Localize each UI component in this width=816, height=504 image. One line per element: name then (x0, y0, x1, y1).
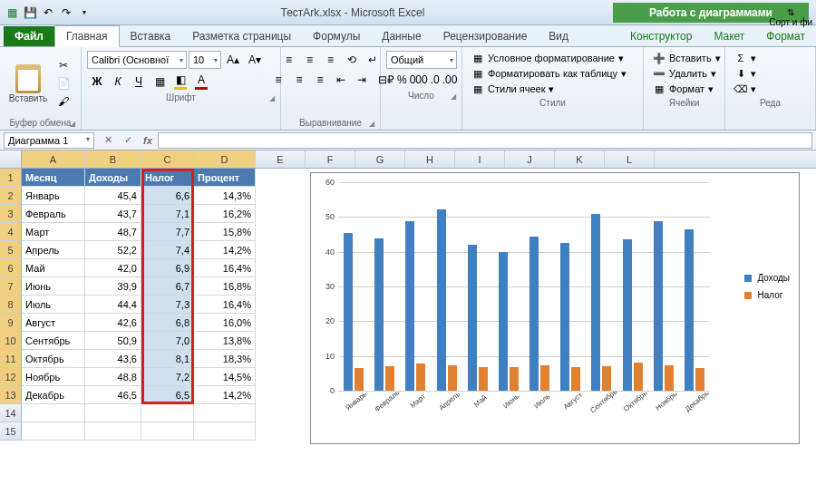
underline-button[interactable]: Ч (129, 73, 149, 91)
cell[interactable]: 46,5 (85, 386, 141, 404)
col-header-J[interactable]: J (505, 150, 555, 168)
cell[interactable]: 39,9 (85, 277, 141, 296)
cell[interactable]: 14,2% (194, 241, 256, 259)
cell[interactable] (22, 404, 85, 422)
cell[interactable]: 42,6 (85, 314, 141, 332)
cell[interactable]: Доходы (85, 169, 141, 187)
number-format-combo[interactable]: Общий (386, 51, 457, 69)
cell[interactable]: Ноябрь (22, 368, 85, 386)
cell[interactable]: Июль (22, 296, 85, 314)
tab-formulas[interactable]: Формулы (302, 26, 371, 46)
row-header[interactable]: 8 (0, 296, 22, 314)
row-header[interactable]: 6 (0, 259, 22, 277)
fill-button[interactable]: ⬇▾ (731, 66, 810, 81)
cell[interactable]: 14,5% (194, 368, 256, 386)
clear-button[interactable]: ⌫▾ (731, 82, 810, 96)
cell[interactable]: 48,8 (85, 368, 141, 386)
row-header[interactable]: 14 (0, 404, 22, 422)
formula-input[interactable] (158, 132, 812, 149)
dialog-launcher-icon[interactable]: ◢ (269, 94, 275, 102)
cell[interactable]: 8,1 (141, 350, 194, 368)
cell[interactable]: 18,3% (194, 350, 256, 368)
currency-icon[interactable]: ₽ (386, 71, 395, 89)
cell[interactable]: 16,8% (194, 277, 256, 296)
row-header[interactable]: 11 (0, 350, 22, 368)
cell[interactable]: 7,4 (141, 241, 194, 259)
col-header-I[interactable]: I (455, 150, 505, 168)
cell[interactable]: Февраль (22, 205, 85, 223)
cell[interactable]: 6,9 (141, 259, 194, 277)
tab-data[interactable]: Данные (371, 26, 432, 46)
increase-font-icon[interactable]: A▴ (223, 51, 243, 69)
cell[interactable]: Процент (194, 169, 256, 187)
col-header-C[interactable]: C (141, 150, 194, 168)
delete-cells-button[interactable]: ➖Удалить ▾ (649, 66, 719, 81)
borders-icon[interactable]: ▦ (150, 73, 170, 91)
cell-styles-button[interactable]: ▦Стили ячеек ▾ (468, 82, 637, 96)
cell[interactable]: Май (22, 259, 85, 277)
row-header[interactable]: 15 (0, 422, 22, 441)
dialog-launcher-icon[interactable]: ◢ (451, 92, 456, 101)
cell[interactable]: 7,2 (141, 368, 194, 386)
row-header[interactable]: 2 (0, 187, 22, 205)
tab-file[interactable]: Файл (4, 26, 54, 46)
bold-button[interactable]: Ж (87, 73, 107, 91)
align-right-icon[interactable]: ≡ (310, 71, 330, 89)
select-all-corner[interactable] (0, 150, 22, 168)
tab-page-layout[interactable]: Разметка страницы (181, 26, 302, 46)
cell[interactable] (141, 422, 194, 441)
cell[interactable]: 15,8% (194, 223, 256, 241)
cell[interactable]: 14,2% (194, 386, 256, 404)
orientation-icon[interactable]: ⟲ (342, 51, 362, 69)
cell[interactable]: Март (22, 223, 85, 241)
cell[interactable]: Январь (22, 187, 85, 205)
cell[interactable] (194, 404, 256, 422)
qat-dropdown-icon[interactable]: ▾ (76, 5, 92, 21)
cut-icon[interactable]: ✂ (54, 57, 73, 73)
align-center-icon[interactable]: ≡ (289, 71, 309, 89)
cell[interactable]: 45,4 (85, 187, 141, 205)
excel-icon[interactable]: ▦ (4, 5, 20, 21)
cell[interactable]: Октябрь (22, 350, 85, 368)
cell[interactable]: Апрель (22, 241, 85, 259)
row-header[interactable]: 5 (0, 241, 22, 259)
tab-home[interactable]: Главная (54, 25, 120, 47)
col-header-B[interactable]: B (85, 150, 141, 168)
cell[interactable]: 16,4% (194, 296, 256, 314)
col-header-G[interactable]: G (355, 150, 405, 168)
cell[interactable] (194, 422, 256, 441)
align-left-icon[interactable]: ≡ (268, 71, 288, 89)
copy-icon[interactable]: 📄 (54, 75, 73, 92)
cell[interactable]: 7,7 (141, 223, 194, 241)
row-header[interactable]: 7 (0, 277, 22, 296)
format-as-table-button[interactable]: ▦Форматировать как таблицу ▾ (468, 66, 637, 81)
insert-cells-button[interactable]: ➕Вставить ▾ (649, 51, 719, 65)
paste-button[interactable]: Вставить (5, 56, 51, 111)
cancel-icon[interactable]: ✕ (98, 132, 118, 149)
fill-color-icon[interactable]: ◧ (170, 73, 190, 91)
legend-item-income[interactable]: Доходы (744, 273, 790, 283)
cell[interactable]: 6,7 (141, 277, 194, 296)
col-header-E[interactable]: E (256, 150, 306, 168)
fx-icon[interactable]: fx (138, 132, 158, 149)
cell[interactable]: 16,4% (194, 259, 256, 277)
italic-button[interactable]: К (108, 73, 128, 91)
col-header-K[interactable]: K (555, 150, 605, 168)
col-header-H[interactable]: H (405, 150, 455, 168)
cell[interactable]: 13,8% (194, 332, 256, 350)
wrap-text-icon[interactable]: ↵ (363, 51, 383, 69)
cell[interactable]: 48,7 (85, 223, 141, 241)
cell[interactable] (22, 422, 85, 441)
cell[interactable]: 43,6 (85, 350, 141, 368)
cell[interactable]: Август (22, 314, 85, 332)
align-middle-icon[interactable]: ≡ (300, 51, 320, 69)
cell[interactable]: Сентябрь (22, 332, 85, 350)
cell[interactable]: 6,8 (141, 314, 194, 332)
cell[interactable] (141, 404, 194, 422)
increase-decimal-icon[interactable]: .0 (430, 71, 441, 89)
format-cells-button[interactable]: ▦Формат ▾ (649, 82, 719, 96)
row-header[interactable]: 9 (0, 314, 22, 332)
tab-chart-design[interactable]: Конструктор (619, 26, 703, 46)
format-painter-icon[interactable]: 🖌 (54, 93, 73, 110)
row-header[interactable]: 12 (0, 368, 22, 386)
